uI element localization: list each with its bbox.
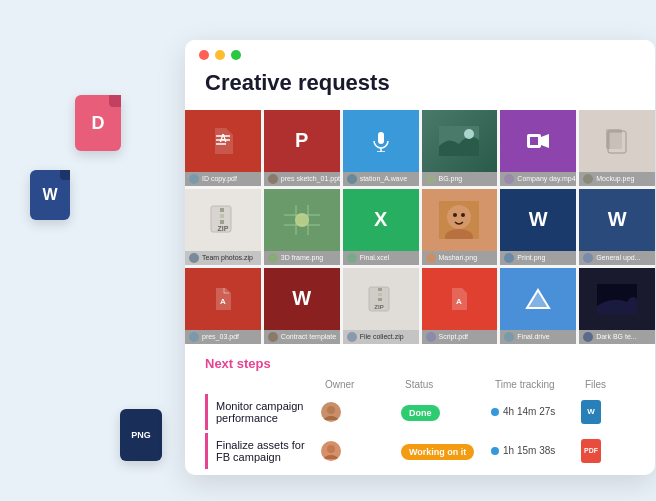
file-cell[interactable]: P pres sketch_01.pptx: [264, 110, 340, 186]
file-cell[interactable]: A ID copy.pdf: [185, 110, 261, 186]
file-cell[interactable]: W General upd...: [579, 189, 655, 265]
svg-rect-31: [378, 298, 382, 301]
file-cell[interactable]: BG.png: [422, 110, 498, 186]
file-cell[interactable]: Final.drive: [500, 268, 576, 344]
col-status: Status: [405, 379, 495, 390]
svg-point-26: [461, 213, 465, 217]
svg-rect-1: [378, 132, 384, 144]
file-cell[interactable]: 3D frame.png: [264, 189, 340, 265]
svg-point-40: [324, 455, 338, 459]
next-steps-title: Next steps: [205, 356, 635, 371]
status-cell: Working on it: [401, 441, 491, 460]
floating-png-icon: PNG: [120, 409, 162, 461]
file-cell[interactable]: W Print.png: [500, 189, 576, 265]
owner-cell: [321, 402, 401, 422]
svg-rect-29: [378, 288, 382, 291]
file-cell[interactable]: Mashari.png: [422, 189, 498, 265]
col-time: Time tracking: [495, 379, 585, 390]
task-name: Finalize assets for FB campaign: [216, 439, 321, 463]
svg-point-5: [464, 129, 474, 139]
svg-rect-30: [378, 293, 382, 296]
file-cell[interactable]: ZIP Team photos.zip: [185, 189, 261, 265]
float-d-label: D: [92, 113, 105, 134]
status-cell: Done: [401, 402, 491, 421]
file-cell[interactable]: A Script.pdf: [422, 268, 498, 344]
file-grid: A ID copy.pdf P pre: [185, 110, 655, 344]
floating-w-icon: W: [30, 170, 70, 220]
task-row[interactable]: Monitor campaign performance Done 4h 14m…: [205, 394, 635, 430]
file-cell[interactable]: ZIP File collect.zip: [343, 268, 419, 344]
next-steps-section: Next steps Owner Status Time tracking Fi…: [205, 344, 635, 469]
time-tracking: 4h 14m 27s: [491, 406, 581, 417]
file-cell: PDF: [581, 439, 631, 463]
col-task: [213, 379, 325, 390]
file-cell[interactable]: W Contract template: [264, 268, 340, 344]
task-row[interactable]: Finalize assets for FB campaign Working …: [205, 433, 635, 469]
file-cell[interactable]: station_A.wave: [343, 110, 419, 186]
svg-rect-8: [530, 137, 538, 145]
svg-marker-35: [527, 290, 549, 308]
svg-point-38: [324, 416, 338, 420]
maximize-dot[interactable]: [231, 50, 241, 60]
file-cell[interactable]: Company day.mp4: [500, 110, 576, 186]
page-content: Creative requests A ID copy.pd: [185, 70, 655, 475]
svg-marker-7: [541, 134, 549, 148]
float-w-label: W: [42, 186, 57, 204]
owner-cell: [321, 441, 401, 461]
window-chrome: [185, 40, 655, 70]
status-badge: Done: [401, 405, 440, 421]
svg-text:A: A: [220, 297, 226, 306]
svg-rect-15: [220, 220, 224, 224]
table-header: Owner Status Time tracking Files: [205, 379, 635, 394]
svg-rect-10: [610, 133, 622, 149]
page-title: Creative requests: [205, 70, 635, 96]
svg-point-37: [327, 406, 335, 414]
svg-text:A: A: [219, 133, 226, 144]
file-cell[interactable]: A pres_03.pdf: [185, 268, 261, 344]
svg-text:A: A: [457, 297, 463, 306]
svg-point-39: [327, 445, 335, 453]
svg-text:ZIP: ZIP: [217, 225, 228, 232]
float-png-label: PNG: [131, 430, 151, 440]
svg-rect-13: [220, 208, 224, 212]
svg-point-23: [447, 205, 471, 229]
file-badge: W: [581, 400, 601, 424]
time-tracking: 1h 15m 38s: [491, 445, 581, 456]
file-cell: W: [581, 400, 631, 424]
close-dot[interactable]: [199, 50, 209, 60]
svg-point-21: [295, 213, 309, 227]
file-cell[interactable]: X Final.xcel: [343, 189, 419, 265]
file-cell[interactable]: Dark BG te...: [579, 268, 655, 344]
file-cell[interactable]: Mockup.peg: [579, 110, 655, 186]
svg-text:ZIP: ZIP: [374, 304, 383, 310]
minimize-dot[interactable]: [215, 50, 225, 60]
status-badge-wip: Working on it: [401, 444, 474, 460]
svg-rect-14: [220, 214, 224, 218]
time-value: 1h 15m 38s: [503, 445, 555, 456]
time-dot: [491, 447, 499, 455]
file-badge-pdf: PDF: [581, 439, 601, 463]
time-dot: [491, 408, 499, 416]
col-files: Files: [585, 379, 635, 390]
time-value: 4h 14m 27s: [503, 406, 555, 417]
col-owner: Owner: [325, 379, 405, 390]
main-window: Creative requests A ID copy.pd: [185, 40, 655, 475]
task-name: Monitor campaign performance: [216, 400, 321, 424]
floating-d-icon: D: [75, 95, 121, 151]
svg-point-25: [453, 213, 457, 217]
